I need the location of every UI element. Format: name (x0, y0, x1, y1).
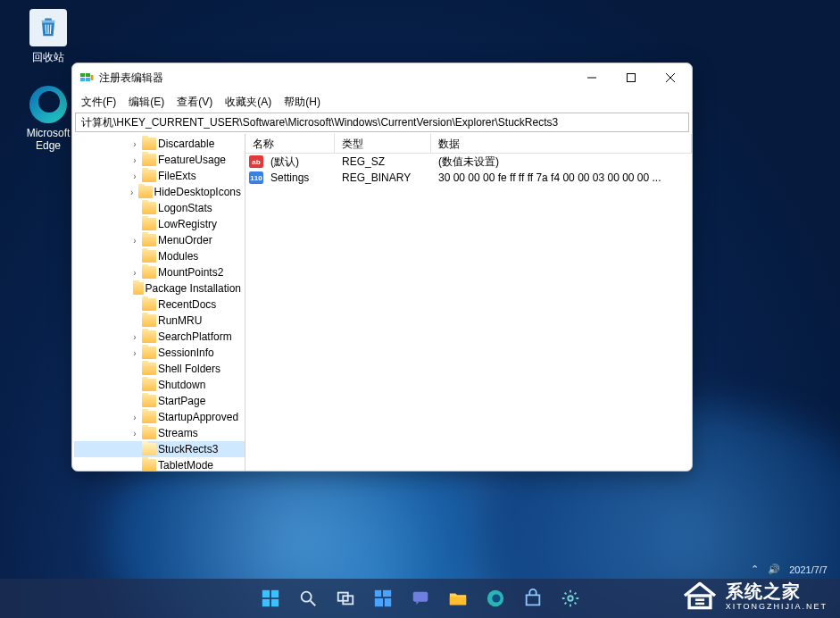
expand-arrow-icon[interactable]: › (129, 139, 140, 149)
svg-rect-1 (86, 73, 90, 77)
folder-icon (133, 282, 144, 295)
expand-arrow-icon[interactable]: › (129, 236, 140, 246)
menu-item[interactable]: 收藏夹(A) (220, 94, 277, 111)
svg-rect-14 (383, 590, 391, 597)
system-tray[interactable]: ⌃ 🔊 2021/7/7 (751, 564, 828, 575)
value-name: (默认) (263, 154, 335, 170)
svg-rect-24 (695, 602, 704, 605)
folder-icon (142, 218, 156, 230)
tree-node[interactable]: ›SearchPlatform (74, 329, 245, 345)
tree-node[interactable]: Package Installation (74, 280, 245, 296)
task-view-button[interactable] (329, 582, 362, 614)
file-explorer-button[interactable] (442, 582, 474, 614)
svg-rect-4 (91, 75, 94, 80)
svg-rect-16 (384, 598, 390, 606)
tree-node[interactable]: ›FeatureUsage (74, 152, 245, 168)
folder-icon (142, 154, 156, 166)
regedit-app-icon (79, 71, 94, 85)
tree-node[interactable]: ›MenuOrder (74, 232, 245, 248)
tray-chevron-icon[interactable]: ⌃ (751, 564, 759, 575)
widgets-button[interactable] (367, 582, 399, 614)
tree-node[interactable]: Shutdown (74, 377, 245, 393)
column-name[interactable]: 名称 (245, 134, 335, 153)
maximize-button[interactable] (611, 64, 651, 91)
tree-node[interactable]: ›FileExts (74, 168, 245, 184)
search-button[interactable] (292, 582, 324, 614)
tree-node-label: TabletMode (158, 459, 213, 471)
svg-rect-2 (80, 78, 85, 81)
svg-rect-8 (262, 599, 269, 606)
value-data: 30 00 00 00 fe ff ff ff 7a f4 00 00 03 0… (431, 171, 692, 184)
expand-arrow-icon[interactable]: › (129, 413, 140, 422)
tree-node[interactable]: ›Streams (74, 425, 245, 441)
chat-button[interactable] (404, 582, 437, 614)
start-button[interactable] (254, 582, 287, 614)
svg-rect-6 (262, 590, 269, 597)
values-pane[interactable]: 名称 类型 数据 ab(默认)REG_SZ(数值未设置)110SettingsR… (245, 134, 692, 471)
menu-item[interactable]: 查看(V) (171, 94, 218, 111)
expand-arrow-icon[interactable]: › (129, 268, 140, 278)
column-data[interactable]: 数据 (431, 134, 692, 153)
tray-volume-icon[interactable]: 🔊 (768, 564, 780, 575)
menu-item[interactable]: 编辑(E) (123, 94, 170, 111)
tree-node-label: StartupApproved (158, 411, 238, 423)
tree-node-label: Discardable (158, 138, 214, 150)
tree-pane[interactable]: ›Discardable›FeatureUsage›FileExts›HideD… (72, 134, 245, 471)
tree-node[interactable]: Modules (74, 248, 245, 264)
settings-taskbar-button[interactable] (554, 582, 586, 614)
menu-item[interactable]: 文件(F) (76, 94, 121, 111)
value-row[interactable]: ab(默认)REG_SZ(数值未设置) (245, 154, 692, 170)
expand-arrow-icon[interactable]: › (129, 332, 140, 342)
svg-rect-5 (628, 74, 636, 82)
value-row[interactable]: 110SettingsREG_BINARY30 00 00 00 fe ff f… (245, 170, 692, 186)
tree-node-label: RunMRU (158, 314, 202, 327)
tree-node[interactable]: TabletMode (74, 457, 245, 471)
value-data: (数值未设置) (431, 154, 692, 170)
desktop-icon-recycle-bin[interactable]: 回收站 (16, 9, 80, 65)
folder-icon (142, 234, 156, 246)
column-type[interactable]: 类型 (335, 134, 431, 153)
address-bar[interactable]: 计算机\HKEY_CURRENT_USER\Software\Microsoft… (75, 113, 689, 132)
tree-node[interactable]: LogonStats (74, 200, 245, 216)
tree-node-label: MountPoints2 (158, 266, 223, 279)
folder-icon (142, 266, 156, 279)
tree-node[interactable]: ›Discardable (74, 136, 245, 152)
title-bar[interactable]: 注册表编辑器 (72, 63, 692, 92)
tree-node[interactable]: RunMRU (74, 313, 245, 329)
tree-node-label: StuckRects3 (158, 443, 218, 455)
tree-node[interactable]: LowRegistry (74, 216, 245, 232)
address-text: 计算机\HKEY_CURRENT_USER\Software\Microsoft… (81, 115, 558, 130)
tray-clock[interactable]: 2021/7/7 (789, 564, 828, 575)
tree-node[interactable]: ›StartupApproved (74, 409, 245, 425)
svg-point-20 (492, 594, 500, 602)
store-button[interactable] (517, 582, 549, 614)
tree-node[interactable]: StartPage (74, 393, 245, 409)
tree-node[interactable]: RecentDocs (74, 296, 245, 313)
expand-arrow-icon[interactable]: › (129, 171, 140, 181)
svg-rect-3 (86, 78, 90, 81)
edge-taskbar-button[interactable] (479, 582, 511, 614)
minimize-button[interactable] (572, 64, 611, 91)
expand-arrow-icon[interactable]: › (127, 188, 137, 197)
tree-node-selected[interactable]: StuckRects3 (74, 441, 245, 457)
close-button[interactable] (651, 64, 690, 91)
expand-arrow-icon[interactable]: › (129, 348, 140, 358)
folder-icon (142, 330, 156, 343)
tree-node-label: FeatureUsage (158, 154, 226, 166)
expand-arrow-icon[interactable]: › (129, 155, 140, 165)
svg-rect-9 (270, 599, 278, 606)
expand-arrow-icon[interactable]: › (129, 429, 140, 438)
tree-node[interactable]: ›SessionInfo (74, 345, 245, 361)
folder-icon (142, 347, 156, 359)
menu-item[interactable]: 帮助(H) (279, 94, 326, 111)
svg-rect-23 (695, 598, 704, 601)
tree-node[interactable]: Shell Folders (74, 361, 245, 377)
folder-icon (142, 427, 156, 439)
tree-node[interactable]: ›MountPoints2 (74, 264, 245, 280)
value-type: REG_SZ (335, 155, 431, 168)
tree-node-label: FileExts (158, 170, 196, 182)
tree-node[interactable]: ›HideDesktopIcons (74, 184, 245, 200)
watermark-house-icon (681, 580, 719, 611)
desktop-icon-label: 回收站 (32, 51, 64, 63)
window-title: 注册表编辑器 (99, 71, 163, 86)
